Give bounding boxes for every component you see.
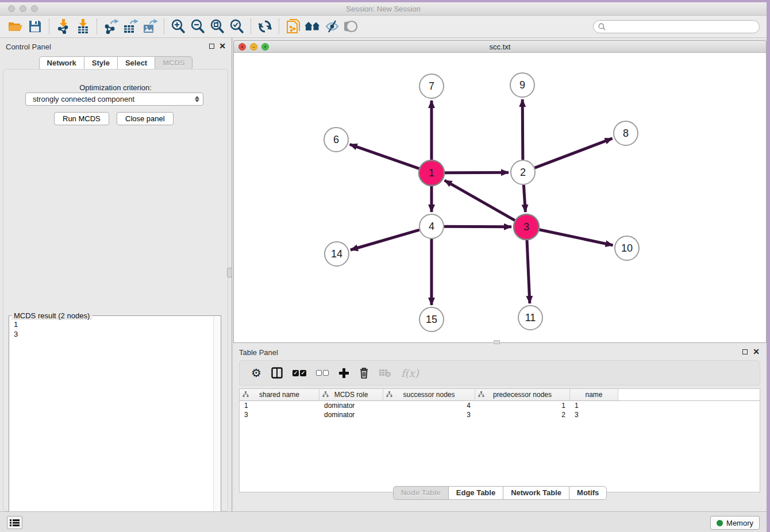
close-panel-icon[interactable]: ✕ [753,349,760,354]
graph-edge-3-11[interactable] [527,240,530,303]
horizontal-splitter-grip[interactable] [494,340,500,344]
graph-node-14[interactable]: 14 [325,242,349,266]
export-table-icon [123,19,138,34]
split-columns-icon [271,367,283,379]
table-tab-edge-table[interactable]: Edge Table [448,486,503,500]
mcds-result-box: MCDS result (2 nodes) 13 [9,315,221,531]
graph-edge-2-3[interactable] [523,185,525,212]
zoom-fit-button[interactable] [207,18,227,35]
attribute-type-icon [242,391,249,399]
graph-edge-1-2[interactable] [445,172,509,173]
hide-panel-button[interactable] [322,18,342,35]
float-panel-icon[interactable] [209,44,214,49]
settings-button[interactable]: ⚙ [251,365,261,381]
zoom-out-icon [190,19,205,34]
network-document-icon [286,18,301,34]
graph-edge-2-8[interactable] [535,138,613,168]
tab-mcds[interactable]: MCDS [155,56,192,70]
graph-edge-4-14[interactable] [351,230,419,250]
column-header-name[interactable]: name [570,389,618,400]
attribute-type-icon [322,391,329,399]
column-header-label: successor nodes [403,391,455,399]
refresh-layout-button[interactable] [255,18,275,35]
add-column-button[interactable] [338,365,349,381]
graph-node-1[interactable]: 1 [419,160,444,186]
graph-edge-3-1[interactable] [445,180,515,221]
close-panel-button[interactable]: Close panel [117,112,174,125]
table-cell: 1 [570,402,618,410]
function-builder-button[interactable]: f(x) [401,365,419,381]
node-label: 8 [623,128,629,139]
criterion-value: strongly connected component [33,95,195,103]
graph-node-7[interactable]: 7 [419,74,444,98]
close-panel-icon[interactable]: ✕ [219,43,226,49]
deselect-all-button[interactable] [316,365,329,381]
table-tab-node-table[interactable]: Node Table [393,486,449,500]
table-panel-header: Table Panel ✕ [233,345,767,358]
window-titlebar: Session: New Session [0,2,767,16]
delete-table-button[interactable] [379,365,391,381]
graph-node-4[interactable]: 4 [419,214,444,238]
network-canvas[interactable]: 1234678910111415 [233,53,767,343]
delete-column-button[interactable] [359,365,369,381]
column-header-MCDS-role[interactable]: MCDS role [319,389,383,400]
table-cell: dominator [319,411,383,419]
node-table[interactable]: shared nameMCDS rolesuccessor nodesprede… [239,388,760,492]
float-panel-icon[interactable] [742,349,748,354]
graph-edge-2-9[interactable] [522,99,523,160]
checked-box-icon: ✓ [300,370,306,376]
graph-node-11[interactable]: 11 [518,306,542,330]
graph-edge-3-10[interactable] [540,230,613,245]
table-tab-motifs[interactable]: Motifs [569,486,607,500]
zoom-out-button[interactable] [188,18,207,35]
column-header-successor-nodes[interactable]: successor nodes [383,389,475,400]
dropdown-stepper-icon [195,96,199,102]
table-tab-network-table[interactable]: Network Table [503,486,569,500]
splitter-grip[interactable] [227,268,232,277]
home-button[interactable] [303,18,322,35]
criterion-dropdown[interactable]: strongly connected component [25,92,203,106]
network-from-selection-button[interactable] [283,18,303,35]
export-image-button[interactable] [140,18,160,35]
select-all-button[interactable]: ✓✓ [292,365,306,381]
column-header-predecessor-nodes[interactable]: predecessor nodes [475,389,570,400]
table-row[interactable]: 1dominator411 [240,401,760,410]
import-table-button[interactable] [73,18,93,35]
graph-node-9[interactable]: 9 [510,73,534,97]
run-mcds-button[interactable]: Run MCDS [54,112,109,125]
tab-network[interactable]: Network [39,56,84,70]
app-window: Session: New Session [0,2,767,532]
show-panel-button[interactable] [342,18,361,35]
save-session-button[interactable] [25,18,45,35]
network-titlebar[interactable]: × − + scc.txt [233,40,767,53]
home-icon [304,20,321,33]
zoom-selected-button[interactable] [227,18,247,35]
export-network-button[interactable] [101,18,121,35]
export-table-button[interactable] [121,18,140,35]
table-row[interactable]: 3dominator323 [240,410,760,419]
list-icon [10,519,20,527]
graph-node-6[interactable]: 6 [324,128,348,152]
memory-button[interactable]: Memory [710,516,760,530]
split-view-button[interactable] [271,365,283,381]
tab-select[interactable]: Select [117,56,155,70]
search-input[interactable] [606,21,759,33]
table-cell: 3 [383,411,475,419]
column-header-shared-name[interactable]: shared name [240,389,319,400]
graph-node-2[interactable]: 2 [511,160,535,184]
import-network-button[interactable] [53,18,73,35]
result-scrollbar[interactable] [213,317,220,530]
graph-node-10[interactable]: 10 [615,236,639,260]
graph-edge-1-6[interactable] [350,144,419,168]
graph-node-8[interactable]: 8 [614,121,638,145]
graph-node-15[interactable]: 15 [419,307,444,331]
search-box[interactable] [593,20,760,33]
zoom-in-button[interactable] [168,18,188,35]
tab-style[interactable]: Style [84,56,118,70]
task-history-button[interactable] [7,516,22,529]
open-file-button[interactable] [6,18,25,35]
graph-edge-4-3[interactable] [444,226,511,227]
toolbar-separator [279,19,279,34]
graph-node-3[interactable]: 3 [514,214,539,240]
eye-slash-icon [325,20,340,33]
